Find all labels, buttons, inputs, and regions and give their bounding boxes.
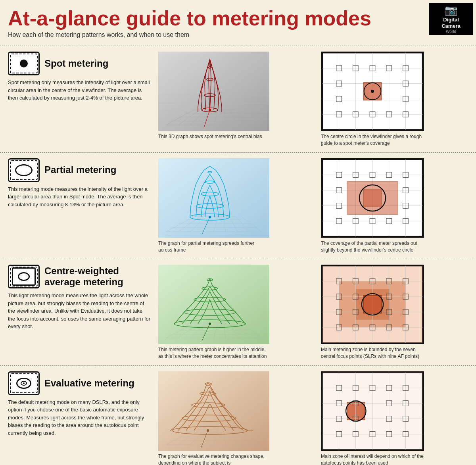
spot-desc: Spot metering only measures the intensit… (8, 79, 151, 102)
evaluative-grid-caption: Main zone of interest will depend on whi… (321, 453, 424, 465)
cwa-graph (158, 265, 269, 344)
cwa-grid (321, 265, 424, 344)
cwa-graph-caption: This metering pattern graph is higher in… (158, 346, 269, 360)
cwa-metering-section: Centre-weighted average metering This li… (0, 259, 476, 365)
spot-graph-col: This 3D graph shows spot metering's cent… (156, 52, 271, 140)
spot-metering-section: Spot metering Spot metering only measure… (0, 46, 476, 152)
evaluative-grid (321, 371, 424, 451)
partial-icon-title: Partial metering (8, 158, 151, 182)
partial-title: Partial metering (44, 164, 116, 176)
eval-inner-circle (21, 381, 27, 386)
svg-rect-180 (347, 402, 365, 420)
partial-left: Partial metering This metering mode meas… (8, 158, 151, 209)
logo-camera-icon: 📷 (445, 4, 457, 17)
cwa-title: Centre-weighted average metering (44, 265, 151, 288)
partial-desc: This metering mode measures the intensit… (8, 185, 151, 209)
evaluative-icon (8, 371, 40, 395)
evaluative-graph-caption: The graph for evaluative metering change… (158, 453, 269, 465)
partial-graph-caption: The graph for partial metering spreads f… (158, 240, 269, 254)
partial-grid-caption: The coverage of the partial meter spread… (321, 240, 424, 254)
svg-rect-52 (158, 158, 269, 238)
svg-rect-154 (364, 296, 382, 313)
evaluative-grid-col: Main zone of interest will depend on whi… (277, 371, 468, 465)
logo-line1: Digital Camera (441, 17, 461, 29)
partial-grid (321, 158, 424, 238)
partial-icon (8, 158, 40, 182)
main-title: At-a-glance guide to metering modes (8, 7, 468, 30)
eval-outer-circle (16, 378, 31, 389)
partial-grid-col: The coverage of the partial meter spread… (277, 158, 468, 254)
cwa-graph-col: This metering pattern graph is higher in… (156, 265, 271, 360)
spot-graph (158, 52, 269, 131)
evaluative-desc: The default metering mode on many DSLRs,… (8, 398, 151, 437)
spot-grid-caption: The centre circle in the viewfinder give… (321, 133, 424, 147)
evaluative-title: Evaluative metering (44, 378, 134, 389)
spot-graph-caption: This 3D graph shows spot metering's cent… (158, 133, 269, 140)
spot-icon (8, 52, 40, 75)
logo-line3: World (446, 29, 456, 34)
cwa-icon-title: Centre-weighted average metering (8, 265, 151, 288)
evaluative-metering-section: Evaluative metering The default metering… (0, 365, 476, 465)
spot-grid (321, 52, 424, 131)
partial-graph-col: The graph for partial metering spreads f… (156, 158, 271, 254)
header: At-a-glance guide to metering modes How … (0, 0, 476, 46)
partial-graph (158, 158, 269, 238)
svg-rect-101 (158, 265, 269, 344)
evaluative-icon-title: Evaluative metering (8, 371, 151, 395)
evaluative-graph (158, 371, 269, 451)
partial-metering-section: Partial metering This metering mode meas… (0, 152, 476, 259)
svg-rect-100 (364, 189, 382, 207)
logo: 📷 Digital Camera World (429, 3, 473, 35)
subtitle: How each of the metering patterns works,… (8, 31, 468, 38)
cwa-grid-col: Main metering zone is bounded by the sev… (277, 265, 468, 360)
cwa-icon (8, 265, 40, 288)
cwa-left: Centre-weighted average metering This li… (8, 265, 151, 330)
spot-left: Spot metering Spot metering only measure… (8, 52, 151, 102)
spot-title: Spot metering (44, 58, 108, 69)
evaluative-graph-col: The graph for evaluative metering change… (156, 371, 271, 465)
evaluative-left: Evaluative metering The default metering… (8, 371, 151, 437)
svg-point-51 (371, 90, 374, 93)
cwa-grid-caption: Main metering zone is bounded by the sev… (321, 346, 424, 360)
spot-grid-col: The centre circle in the viewfinder give… (277, 52, 468, 147)
cwa-desc: This light metering mode measures the li… (8, 292, 151, 330)
spot-icon-title: Spot metering (8, 52, 151, 75)
eval-center-dot (23, 382, 25, 384)
